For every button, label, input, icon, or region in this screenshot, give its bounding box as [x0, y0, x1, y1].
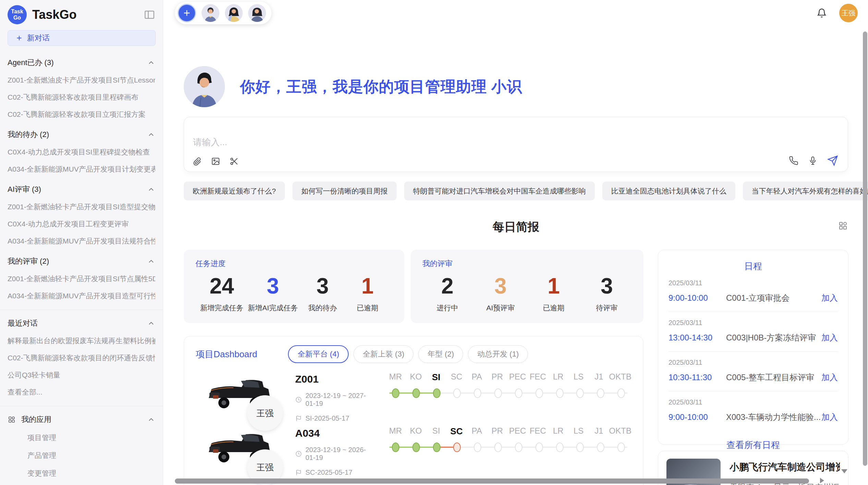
list-item[interactable]: 解释最新出台的欧盟报废车法规再生塑料比例被调至15%... [8, 336, 155, 346]
attachment-icon[interactable] [192, 157, 202, 166]
milestone-label-ko: KO [406, 372, 426, 383]
list-item[interactable]: Z001-全新燃油轻卡产品开发项目SI节点属性5D文件评审 [8, 274, 155, 284]
section-agent-done[interactable]: Agent已办 (3) [8, 58, 155, 68]
event-time: 13:00-14:30 [668, 333, 726, 343]
milestone-dot-sc [453, 388, 461, 398]
list-item[interactable]: C02-飞腾新能源轻客改款项目立项汇报方案 [8, 110, 155, 119]
milestone-dot-oktb [617, 443, 625, 452]
section-my-todo[interactable]: 我的待办 (2) [8, 129, 155, 140]
dashboard-grid-icon[interactable] [838, 221, 848, 231]
join-meeting-link[interactable]: 加入 [821, 332, 838, 343]
stat-label: 我的待办 [308, 303, 337, 313]
milestone-dot-fec [535, 388, 543, 398]
list-item[interactable]: A034-全新新能源MUV产品开发项目造型可行性评审 [8, 291, 155, 301]
scroll-down-arrow[interactable] [841, 469, 847, 473]
stat-value: 1 [547, 274, 560, 298]
event-date: 2025/03/11 [668, 359, 838, 366]
task-progress-label: 任务进度 [195, 259, 393, 269]
join-meeting-link[interactable]: 加入 [821, 293, 838, 303]
chevron-up-icon[interactable] [147, 319, 155, 327]
stat-label: 新增完成任务 [200, 303, 243, 313]
stat-value: 1 [361, 274, 374, 298]
sidebar-collapse-icon[interactable] [144, 9, 155, 21]
greeting-block: 你好，王强，我是你的项目管理助理 小识 [184, 66, 848, 107]
notification-bell-icon[interactable] [817, 8, 827, 18]
add-agent-button[interactable] [178, 4, 196, 22]
list-item[interactable]: C0X4-动力总成开发项目SI里程碑提交物检查 [8, 147, 155, 157]
milestone-label-si: SI [426, 372, 446, 383]
milestone-dot-lr [556, 388, 564, 398]
stat-value: 24 [209, 274, 234, 298]
tab-new-body[interactable]: 全新上装 (3) [353, 345, 413, 363]
milestone-label-pr: PR [487, 426, 507, 437]
microphone-icon[interactable] [808, 156, 818, 165]
section-recent-chats[interactable]: 最近对话 [8, 318, 155, 328]
tab-year-model[interactable]: 年型 (2) [418, 345, 463, 363]
suggestion-chip[interactable]: 如何写一份清晰的项目周报 [292, 182, 397, 200]
tab-new-platform[interactable]: 全新平台 (4) [288, 345, 349, 363]
chevron-up-icon[interactable] [147, 185, 155, 194]
list-item[interactable]: Z001-全新燃油轻卡产品开发项目SI造型提交物评审 [8, 202, 155, 212]
stat-label: 待评审 [596, 303, 618, 313]
avatar[interactable] [202, 4, 219, 22]
list-item[interactable]: A034-全新新能源MUV产品开发项目计划变更表编写 [8, 164, 155, 174]
project-row[interactable]: 王强 Z001 2023-12-19 ~ 2027-01-19 SI-2025-… [184, 366, 643, 421]
chevron-up-icon[interactable] [147, 415, 155, 424]
chevron-up-icon[interactable] [147, 257, 155, 265]
list-item[interactable]: Z001-全新燃油皮卡产品开发项目SI节点Lesson Learn报告 [8, 75, 155, 85]
section-ai-review[interactable]: AI评审 (3) [8, 184, 155, 195]
scroll-right-arrow[interactable] [820, 478, 824, 483]
chat-input[interactable] [193, 137, 673, 148]
message-composer[interactable] [184, 117, 848, 172]
list-item[interactable]: A034-全新新能源MUV产品开发项目法规符合性评审 [8, 236, 155, 246]
new-chat-button[interactable]: 新对话 [8, 30, 156, 46]
user-avatar[interactable]: 王强 [839, 4, 858, 22]
chevron-up-icon[interactable] [147, 59, 155, 67]
horizontal-scrollbar[interactable] [175, 478, 809, 484]
list-item[interactable]: C02-飞腾新能源轻客改款项目的闭环通告反馈情况 [8, 353, 155, 363]
phone-call-icon[interactable] [789, 156, 798, 165]
sidebar-item-project-mgmt[interactable]: 项目管理 [27, 433, 155, 443]
suggestion-chip[interactable]: 特朗普可能对进口汽车增税会对中国车企造成哪些影响 [404, 182, 595, 200]
app-title: TaskGo [32, 8, 76, 22]
chevron-up-icon[interactable] [147, 130, 155, 139]
milestone-label-sc: SC [446, 372, 467, 383]
milestone-dot-pa [474, 388, 481, 398]
milestone-dot-ko [412, 443, 420, 452]
join-meeting-link[interactable]: 加入 [821, 372, 838, 383]
schedule-event: 2025/03/11 9:00-10:00 C001-立项审批会 加入 [668, 272, 838, 312]
section-my-review[interactable]: 我的评审 (2) [8, 256, 155, 266]
vertical-scrollbar[interactable] [863, 32, 867, 466]
suggestion-chip[interactable]: 比亚迪全固态电池计划具体说了什么 [602, 182, 735, 200]
milestone-dot-si [433, 388, 441, 398]
schedule-title: 日程 [668, 260, 838, 272]
image-upload-icon[interactable] [211, 157, 220, 166]
tab-powertrain[interactable]: 动总开发 (1) [468, 345, 528, 363]
avatar[interactable] [225, 4, 243, 22]
avatar[interactable] [248, 4, 266, 22]
suggestion-chips: 欧洲新规最近颁布了什么? 如何写一份清晰的项目周报 特朗普可能对进口汽车增税会对… [184, 182, 848, 200]
scissors-icon[interactable] [229, 157, 239, 166]
milestone-dot-pec [515, 388, 522, 398]
list-item[interactable]: 公司Q3轻卡销量 [8, 370, 155, 380]
sidebar-item-change-mgmt[interactable]: 变更管理 [27, 469, 155, 478]
sidebar-item-my-apps[interactable]: 我的应用 [8, 414, 155, 425]
milestone-dot-pr [494, 443, 502, 452]
list-item[interactable]: C02-飞腾新能源轻客改款项目里程碑画布 [8, 92, 155, 102]
event-time: 10:30-11:30 [668, 373, 726, 382]
suggestion-chip[interactable]: 当下年轻人对汽车外观有怎样的喜好趋势 [743, 182, 868, 200]
view-all-schedule-link[interactable]: 查看所有日程 [668, 439, 838, 451]
my-review-card: 我的评审 2进行中 3AI预评审 1已逾期 3待评审 [411, 250, 643, 323]
milestone-label-ls: LS [568, 426, 589, 437]
task-progress-card: 任务进度 24新增完成任务 3新增AI完成任务 3我的待办 1已逾期 [184, 250, 404, 323]
project-name: Z001 [295, 373, 376, 385]
join-meeting-link[interactable]: 加入 [821, 412, 838, 423]
project-date-range: 2023-12-19 ~ 2027-01-19 [305, 392, 376, 408]
stat-value: 3 [316, 274, 329, 298]
project-row[interactable]: 王强 A034 2023-12-19 ~ 2026-01-19 SC-2025-… [184, 421, 643, 475]
suggestion-chip[interactable]: 欧洲新规最近颁布了什么? [184, 182, 285, 200]
sidebar-item-product-mgmt[interactable]: 产品管理 [27, 451, 155, 460]
list-item[interactable]: C0X4-动力总成开发项目工程变更评审 [8, 219, 155, 229]
view-all-chats[interactable]: 查看全部... [8, 387, 155, 397]
send-icon[interactable] [827, 155, 838, 166]
